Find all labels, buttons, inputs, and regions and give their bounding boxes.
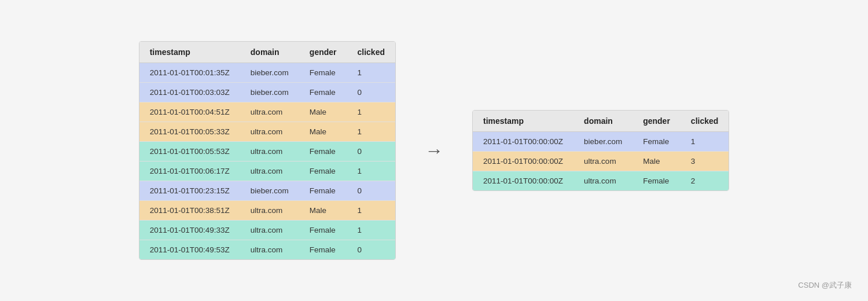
left-cell-clicked-9: 0 (347, 240, 395, 260)
right-table-wrapper: timestamp domain gender clicked 2011-01-… (472, 110, 729, 191)
left-cell-clicked-8: 1 (347, 221, 395, 240)
left-cell-timestamp-7: 2011-01-01T00:38:51Z (139, 201, 240, 221)
left-header-gender: gender (299, 42, 347, 63)
right-cell-timestamp-2: 2011-01-01T00:00:00Z (473, 171, 573, 191)
left-cell-domain-5: ultra.com (240, 161, 299, 181)
right-cell-domain-2: ultra.com (573, 171, 632, 191)
arrow-icon: → (425, 140, 443, 161)
right-cell-gender-2: Female (632, 171, 681, 191)
table-row: 2011-01-01T00:05:33Zultra.comMale1 (139, 122, 395, 142)
left-cell-gender-7: Male (299, 201, 347, 221)
left-cell-gender-5: Female (299, 161, 347, 181)
table-row: 2011-01-01T00:38:51Zultra.comMale1 (139, 201, 395, 221)
left-cell-domain-9: ultra.com (240, 240, 299, 260)
left-cell-gender-3: Male (299, 122, 347, 142)
table-row: 2011-01-01T00:06:17Zultra.comFemale1 (139, 161, 395, 181)
left-cell-timestamp-0: 2011-01-01T00:01:35Z (139, 63, 240, 83)
table-row: 2011-01-01T00:01:35Zbieber.comFemale1 (139, 63, 395, 83)
right-header-domain: domain (573, 111, 632, 132)
left-cell-clicked-1: 0 (347, 83, 395, 102)
left-cell-timestamp-3: 2011-01-01T00:05:33Z (139, 122, 240, 142)
right-cell-gender-0: Female (632, 132, 681, 152)
right-cell-timestamp-0: 2011-01-01T00:00:00Z (473, 132, 573, 152)
left-cell-domain-8: ultra.com (240, 221, 299, 240)
left-header-domain: domain (240, 42, 299, 63)
left-cell-clicked-2: 1 (347, 102, 395, 122)
table-row: 2011-01-01T00:00:00Zultra.comMale3 (473, 152, 729, 171)
left-cell-domain-2: ultra.com (240, 102, 299, 122)
table-row: 2011-01-01T00:04:51Zultra.comMale1 (139, 102, 395, 122)
right-header-clicked: clicked (681, 111, 729, 132)
left-cell-clicked-0: 1 (347, 63, 395, 83)
main-container: timestamp domain gender clicked 2011-01-… (139, 41, 730, 260)
left-cell-clicked-7: 1 (347, 201, 395, 221)
left-header-timestamp: timestamp (139, 42, 240, 63)
arrow-container: → (419, 140, 449, 161)
table-row: 2011-01-01T00:49:33Zultra.comFemale1 (139, 221, 395, 240)
left-cell-clicked-5: 1 (347, 161, 395, 181)
left-cell-clicked-3: 1 (347, 122, 395, 142)
left-cell-timestamp-6: 2011-01-01T00:23:15Z (139, 181, 240, 201)
right-cell-clicked-0: 1 (681, 132, 729, 152)
right-cell-timestamp-1: 2011-01-01T00:00:00Z (473, 152, 573, 171)
right-header-timestamp: timestamp (473, 111, 573, 132)
right-cell-clicked-1: 3 (681, 152, 729, 171)
left-cell-clicked-6: 0 (347, 181, 395, 201)
watermark: CSDN @武子康 (798, 280, 852, 291)
left-cell-domain-0: bieber.com (240, 63, 299, 83)
left-cell-domain-7: ultra.com (240, 201, 299, 221)
right-cell-domain-1: ultra.com (573, 152, 632, 171)
right-cell-domain-0: bieber.com (573, 132, 632, 152)
left-cell-domain-3: ultra.com (240, 122, 299, 142)
left-cell-domain-6: bieber.com (240, 181, 299, 201)
left-cell-gender-8: Female (299, 221, 347, 240)
table-row: 2011-01-01T00:05:53Zultra.comFemale0 (139, 142, 395, 161)
table-row: 2011-01-01T00:00:00Zbieber.comFemale1 (473, 132, 729, 152)
right-table-header-row: timestamp domain gender clicked (473, 111, 729, 132)
left-cell-timestamp-5: 2011-01-01T00:06:17Z (139, 161, 240, 181)
left-cell-gender-6: Female (299, 181, 347, 201)
left-cell-clicked-4: 0 (347, 142, 395, 161)
left-cell-domain-4: ultra.com (240, 142, 299, 161)
left-cell-timestamp-4: 2011-01-01T00:05:53Z (139, 142, 240, 161)
table-row: 2011-01-01T00:03:03Zbieber.comFemale0 (139, 83, 395, 102)
left-header-clicked: clicked (347, 42, 395, 63)
left-cell-gender-4: Female (299, 142, 347, 161)
left-cell-gender-1: Female (299, 83, 347, 102)
right-cell-clicked-2: 2 (681, 171, 729, 191)
table-row: 2011-01-01T00:49:53Zultra.comFemale0 (139, 240, 395, 260)
left-table-header-row: timestamp domain gender clicked (139, 42, 395, 63)
left-cell-gender-2: Male (299, 102, 347, 122)
left-cell-timestamp-2: 2011-01-01T00:04:51Z (139, 102, 240, 122)
right-table: timestamp domain gender clicked 2011-01-… (473, 111, 729, 190)
left-cell-timestamp-8: 2011-01-01T00:49:33Z (139, 221, 240, 240)
left-cell-timestamp-9: 2011-01-01T00:49:53Z (139, 240, 240, 260)
right-cell-gender-1: Male (632, 152, 681, 171)
left-cell-gender-0: Female (299, 63, 347, 83)
left-cell-gender-9: Female (299, 240, 347, 260)
left-table-wrapper: timestamp domain gender clicked 2011-01-… (139, 41, 396, 260)
table-row: 2011-01-01T00:23:15Zbieber.comFemale0 (139, 181, 395, 201)
right-header-gender: gender (632, 111, 681, 132)
left-cell-timestamp-1: 2011-01-01T00:03:03Z (139, 83, 240, 102)
table-row: 2011-01-01T00:00:00Zultra.comFemale2 (473, 171, 729, 191)
left-table: timestamp domain gender clicked 2011-01-… (139, 42, 395, 259)
left-cell-domain-1: bieber.com (240, 83, 299, 102)
